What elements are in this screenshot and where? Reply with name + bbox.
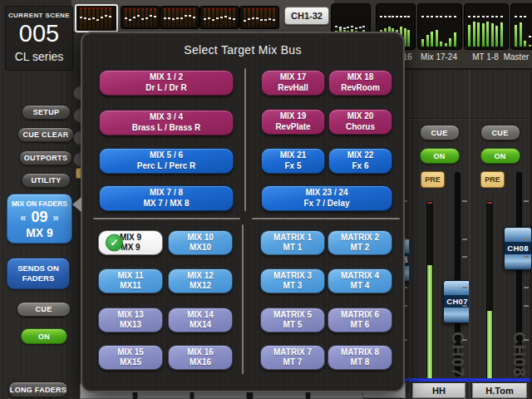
input-meter-block[interactable] xyxy=(75,4,118,32)
setup-button[interactable]: SETUP xyxy=(22,105,71,120)
bus-button-name: MT 5 xyxy=(283,320,303,331)
pre-badge[interactable]: PRE xyxy=(421,171,445,188)
bus-button-mix-16[interactable]: MIX 16MX16 xyxy=(168,345,233,370)
meter-mark xyxy=(248,18,250,20)
mix-on-faders-title: MIX ON FADERS xyxy=(7,200,71,208)
bus-button-matrix-4[interactable]: MATRIX 4MT 4 xyxy=(328,268,392,293)
prev-mix-chevron-icon[interactable]: « xyxy=(20,211,26,224)
selected-bus-button-mix-9[interactable]: ✓MIX 9MX 9 xyxy=(98,230,163,255)
strip-on-button[interactable]: ON xyxy=(420,148,460,164)
strip-cue-button[interactable]: CUE xyxy=(480,125,520,140)
fader-cap[interactable]: CH08 xyxy=(504,227,532,270)
meter-mark xyxy=(96,19,99,21)
meter-mark xyxy=(436,16,438,17)
input-meter-block[interactable] xyxy=(160,6,200,29)
next-mix-chevron-icon[interactable]: » xyxy=(53,211,59,224)
bus-button-matrix-3[interactable]: MATRIX 3MT 3 xyxy=(260,268,325,293)
long-faders-button[interactable]: LONG FADERS xyxy=(8,382,68,397)
bus-button-matrix-1[interactable]: MATRIX 1MT 1 xyxy=(260,230,325,255)
meter-mark xyxy=(260,19,263,21)
meter-bar xyxy=(515,25,517,47)
strip-cue-button[interactable]: CUE xyxy=(420,125,460,140)
bus-button-title: MATRIX 5 xyxy=(273,310,312,321)
bus-button-mix-17[interactable]: MIX 17RevHall xyxy=(261,70,325,96)
meter-bar xyxy=(421,39,424,47)
utility-button[interactable]: UTILITY xyxy=(22,173,71,188)
fader-scale-tick xyxy=(524,256,529,258)
cue-button[interactable]: CUE xyxy=(17,302,71,317)
cue-clear-button[interactable]: CUE CLEAR xyxy=(17,127,74,142)
bus-button-title: MATRIX 6 xyxy=(341,310,379,321)
bus-button-matrix-7[interactable]: MATRIX 7MT 7 xyxy=(260,345,325,370)
strip-on-button[interactable]: ON xyxy=(480,148,520,164)
mix-on-faders-panel[interactable]: MIX ON FADERS « 09 » MX 9 xyxy=(7,194,72,244)
bus-button-title: MIX 11 xyxy=(117,271,143,282)
channel-bank-button[interactable]: CH1-32 xyxy=(284,7,329,25)
bus-button-mix-20[interactable]: MIX 20Chorus xyxy=(328,109,392,135)
meter-mark xyxy=(154,16,156,17)
meter-mark xyxy=(404,16,406,17)
meter-mark xyxy=(92,17,95,19)
outports-button[interactable]: OUTPORTS xyxy=(19,150,72,165)
input-meter-block[interactable] xyxy=(239,6,279,29)
bus-button-matrix-6[interactable]: MATRIX 6MT 6 xyxy=(328,308,392,332)
meter-mark xyxy=(520,16,522,17)
meter-mark xyxy=(256,17,259,19)
bus-button-mix-13[interactable]: MIX 13MX13 xyxy=(98,308,163,332)
input-meter-block[interactable] xyxy=(200,6,239,29)
meter-mark xyxy=(421,16,424,17)
bus-button-name: MX12 xyxy=(190,281,211,292)
bus-button-name: Chorus xyxy=(346,122,375,133)
meter-bar xyxy=(154,8,156,27)
bus-button-name: Brass L / Brass R xyxy=(132,123,201,134)
channel-name-box[interactable]: H.Tom xyxy=(472,383,527,398)
bus-button-title: MIX 1 / 2 xyxy=(150,72,183,83)
bus-button-mix-3-4[interactable]: MIX 3 / 4Brass L / Brass R xyxy=(99,110,234,135)
bus-button-mix-14[interactable]: MIX 14MX14 xyxy=(168,308,233,332)
meter-mark xyxy=(88,18,91,20)
bus-button-name: Fx 7 / Delay xyxy=(303,199,349,209)
bus-button-matrix-5[interactable]: MATRIX 5MT 5 xyxy=(260,308,325,332)
sends-on-faders-button[interactable]: SENDS ON FADERS xyxy=(7,258,70,289)
meter-bar xyxy=(105,7,107,29)
bus-button-mix-7-8[interactable]: MIX 7 / 8MX 7 / MX 8 xyxy=(99,185,234,211)
output-meter-block xyxy=(417,3,462,50)
bus-button-mix-19[interactable]: MIX 19RevPlate xyxy=(261,109,325,135)
strip-color-bar xyxy=(410,378,469,382)
meter-mark xyxy=(380,16,382,17)
meter-bar xyxy=(529,45,531,47)
bus-button-mix-18[interactable]: MIX 18RevRoom xyxy=(328,70,392,96)
meter-bar xyxy=(224,8,227,27)
bus-button-mix-21[interactable]: MIX 21Fx 5 xyxy=(261,148,325,174)
bus-button-matrix-8[interactable]: MATRIX 8MT 8 xyxy=(328,345,392,370)
meter-mark xyxy=(362,26,365,27)
bus-button-mix-5-6[interactable]: MIX 5 / 6Perc L / Perc R xyxy=(99,148,234,174)
bus-button-mix-12[interactable]: MIX 12MX12 xyxy=(168,268,233,293)
bus-button-mix-22[interactable]: MIX 22Fx 6 xyxy=(328,148,392,174)
meter-bar xyxy=(426,35,429,47)
pre-badge[interactable]: PRE xyxy=(480,171,505,188)
bus-button-mix-10[interactable]: MIX 10MX10 xyxy=(168,230,233,255)
meter-bar xyxy=(477,22,480,47)
bus-button-name: MX11 xyxy=(120,281,141,292)
input-meter-block[interactable] xyxy=(121,6,160,29)
meter-bar xyxy=(150,8,152,27)
meter-mark xyxy=(137,15,140,17)
on-button[interactable]: ON xyxy=(21,328,67,344)
bus-button-mix-23-24[interactable]: MIX 23 / 24Fx 7 / Delay xyxy=(261,185,392,211)
bus-button-name: MT 2 xyxy=(351,243,370,254)
bus-button-mix-11[interactable]: MIX 11MX11 xyxy=(98,268,163,293)
meter-bar xyxy=(264,8,267,27)
meter-mark xyxy=(335,26,337,27)
bus-button-matrix-2[interactable]: MATRIX 2MT 2 xyxy=(328,230,392,255)
bus-button-title: MATRIX 7 xyxy=(273,347,312,358)
bus-button-mix-1-2[interactable]: MIX 1 / 2Dr L / Dr R xyxy=(99,70,234,96)
channel-name-box[interactable]: HH xyxy=(412,383,466,398)
bus-button-mix-15[interactable]: MIX 15MX15 xyxy=(98,345,163,370)
select-target-mix-bus-dialog: Select Target Mix Bus MIX 1 / 2Dr L / Dr… xyxy=(81,32,405,392)
meter-bar xyxy=(440,42,442,47)
fader-scale-tick xyxy=(524,305,529,307)
bus-button-title: MIX 16 xyxy=(187,347,214,358)
bus-button-title: MIX 14 xyxy=(187,310,214,321)
bus-button-name: MX10 xyxy=(190,243,211,254)
